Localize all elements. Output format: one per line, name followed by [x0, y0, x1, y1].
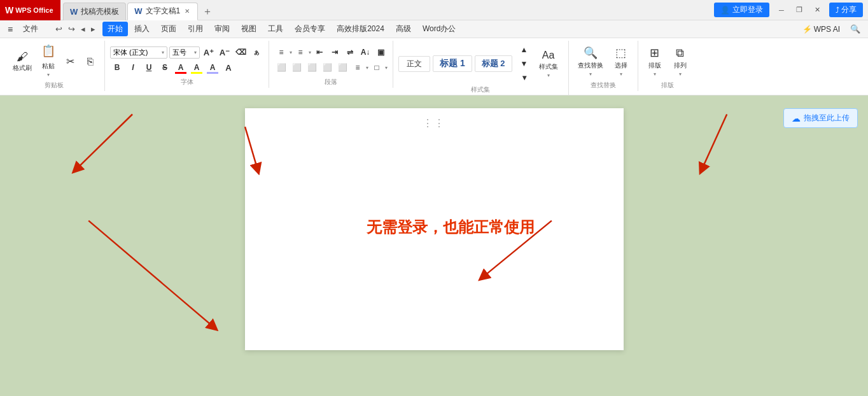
font-row2: B I U S A A A — [110, 61, 263, 74]
line-spacing-button[interactable]: ≡ — [351, 61, 365, 74]
menu-home[interactable]: 开始 — [102, 22, 128, 36]
font-grow-button[interactable]: A⁺ — [202, 46, 216, 59]
minimize-button[interactable]: ─ — [773, 4, 790, 17]
paste-icon: 📋 — [41, 45, 55, 57]
menu-vip[interactable]: 会员专享 — [290, 22, 330, 36]
login-button[interactable]: 👤 立即登录 — [714, 3, 769, 17]
select-button[interactable]: ⬚ 选择 ▾ — [610, 43, 633, 80]
layout-content: ⊞ 排版 ▾ ⧉ 排列 ▾ — [643, 43, 692, 80]
format-layout-button[interactable]: ⊞ 排版 ▾ — [643, 43, 666, 80]
strikethrough-button[interactable]: S — [158, 61, 172, 74]
style-heading2-label: 标题 2 — [482, 58, 505, 69]
file-menu[interactable]: 文件 — [18, 22, 43, 36]
layout-arrow: ▾ — [654, 71, 656, 77]
para-group: ≡ ▾ ≡ ▾ ⇤ ⇥ ⇌ A↓ ▣ ⬜ ⬜ ⬜ ⬜ — [269, 41, 393, 88]
border-button[interactable]: □ — [370, 61, 384, 74]
align-center-button[interactable]: ⬜ — [290, 61, 304, 74]
menu-view[interactable]: 视图 — [236, 22, 262, 36]
justify-icon: ⬜ — [323, 63, 332, 72]
justify-button[interactable]: ⬜ — [320, 61, 334, 74]
align-left-icon: ⬜ — [277, 63, 286, 72]
menu-bar: ≡ 文件 ↩ ↪ ◂ ▸ 开始 插入 页面 引用 审阅 视图 工具 会员专享 高… — [0, 20, 868, 38]
bold-button[interactable]: B — [110, 61, 124, 74]
copy-button[interactable]: ⎘ — [81, 54, 99, 69]
find-replace-button[interactable]: 🔍 查找替换 ▾ — [574, 43, 607, 80]
style-normal[interactable]: 正文 — [398, 56, 430, 72]
highlight-icon: A — [194, 63, 200, 72]
style-set-button[interactable]: Aa 样式集 ▾ — [534, 47, 563, 81]
phonetic-button[interactable]: ぁ — [249, 46, 263, 59]
quick-access-toolbar: ↩ ↪ ◂ ▸ — [50, 23, 101, 35]
clipboard-label: 剪贴板 — [9, 80, 99, 91]
menu-word[interactable]: Word办公 — [417, 22, 461, 36]
doc-main-text: 无需登录，也能正常使用 — [367, 217, 535, 237]
styles-scroll: ▲ ▼ ▾ — [517, 43, 531, 84]
share-button[interactable]: ⤴ 分享 — [829, 3, 863, 17]
menu-tools[interactable]: 工具 — [263, 22, 288, 36]
redo-button[interactable]: ↪ — [66, 23, 77, 35]
distributed-button[interactable]: ⬜ — [335, 61, 349, 74]
menu-hieff[interactable]: 高效排版2024 — [332, 22, 389, 36]
upload-button[interactable]: ☁ 拖拽至此上传 — [783, 108, 858, 128]
wps-ai-button[interactable]: ⚡ WPS AI — [797, 23, 845, 36]
align-left-button[interactable]: ⬜ — [274, 61, 288, 74]
align-right-button[interactable]: ⬜ — [305, 61, 319, 74]
menu-ref[interactable]: 引用 — [183, 22, 208, 36]
clear-format-button[interactable]: ⌫ — [234, 46, 248, 59]
search-button[interactable]: 🔍 — [846, 22, 864, 36]
highlight-btn[interactable]: A — [190, 61, 204, 74]
outdent-button[interactable]: ⇤ — [312, 46, 326, 59]
font-name-selector[interactable]: 宋体 (正文) ▾ — [110, 46, 167, 59]
enlarge-font-btn[interactable]: A — [221, 61, 235, 74]
menu-insert[interactable]: 插入 — [129, 22, 155, 36]
styles-up-button[interactable]: ▲ — [517, 43, 531, 56]
text-bg-btn[interactable]: A — [206, 61, 220, 74]
undo-button[interactable]: ↩ — [53, 23, 64, 35]
menu-page[interactable]: 页面 — [156, 22, 181, 36]
font-size-value: 五号 — [172, 48, 194, 57]
bullets-icon: ≡ — [279, 48, 283, 57]
align-center-icon: ⬜ — [292, 63, 302, 72]
tab-templates[interactable]: W 找稿壳模板 — [63, 3, 126, 20]
sort-icon: A↓ — [361, 48, 370, 57]
font-color-indicator — [175, 72, 186, 74]
italic-button[interactable]: I — [126, 61, 140, 74]
style-heading2[interactable]: 标题 2 — [475, 55, 512, 72]
cut-button[interactable]: ✂ — [61, 53, 79, 69]
wps-ai-icon: ⚡ — [802, 25, 812, 34]
numbering-button[interactable]: ≡ — [293, 46, 307, 59]
menu-adv[interactable]: 高级 — [391, 22, 416, 36]
menu-review[interactable]: 审阅 — [209, 22, 235, 36]
paste-label-btn[interactable]: 粘贴 ▾ — [39, 60, 58, 80]
shading-button[interactable]: ▣ — [374, 46, 388, 59]
font-shrink-button[interactable]: A⁻ — [218, 46, 232, 59]
doc-area[interactable]: ⋮⋮ 无需登录，也能正常使用 — [0, 95, 868, 396]
qa-back[interactable]: ◂ — [79, 23, 87, 35]
font-size-selector[interactable]: 五号 ▾ — [169, 46, 200, 59]
qa-fwd[interactable]: ▸ — [89, 23, 97, 35]
tab-doc1[interactable]: W 文字文稿1 ✕ — [127, 3, 198, 20]
tab-label-doc1: 文字文稿1 — [146, 6, 181, 17]
close-button[interactable]: ✕ — [809, 4, 825, 17]
hamburger-menu[interactable]: ≡ — [4, 22, 17, 36]
underline-button[interactable]: U — [142, 61, 156, 74]
style-heading1[interactable]: 标题 1 — [433, 55, 472, 72]
main-area: ⋮⋮ 无需登录，也能正常使用 ☁ 拖拽至此上传 — [0, 95, 868, 396]
sort-button[interactable]: A↓ — [358, 46, 372, 59]
indent-button[interactable]: ⇥ — [328, 46, 342, 59]
new-tab-button[interactable]: ＋ — [199, 4, 216, 20]
paste-button[interactable]: 📋 — [38, 43, 59, 59]
tab-close-doc1[interactable]: ✕ — [183, 7, 191, 15]
format-paint-button[interactable]: 🖌 格式刷 — [9, 48, 36, 75]
arrange-button[interactable]: ⧉ 排列 ▾ — [669, 44, 692, 80]
restore-button[interactable]: ❐ — [791, 4, 808, 17]
font-color-btn[interactable]: A — [174, 61, 188, 74]
styles-down-button[interactable]: ▼ — [517, 57, 531, 70]
copy-icon: ⎘ — [87, 56, 94, 67]
styles-more-button[interactable]: ▾ — [517, 71, 531, 84]
bidi-button[interactable]: ⇌ — [343, 46, 357, 59]
bullets-button[interactable]: ≡ — [274, 46, 288, 59]
line-spacing-icon: ≡ — [355, 63, 360, 72]
shading-icon: ▣ — [377, 48, 384, 57]
layout-group: ⊞ 排版 ▾ ⧉ 排列 ▾ 排版 — [638, 41, 697, 91]
